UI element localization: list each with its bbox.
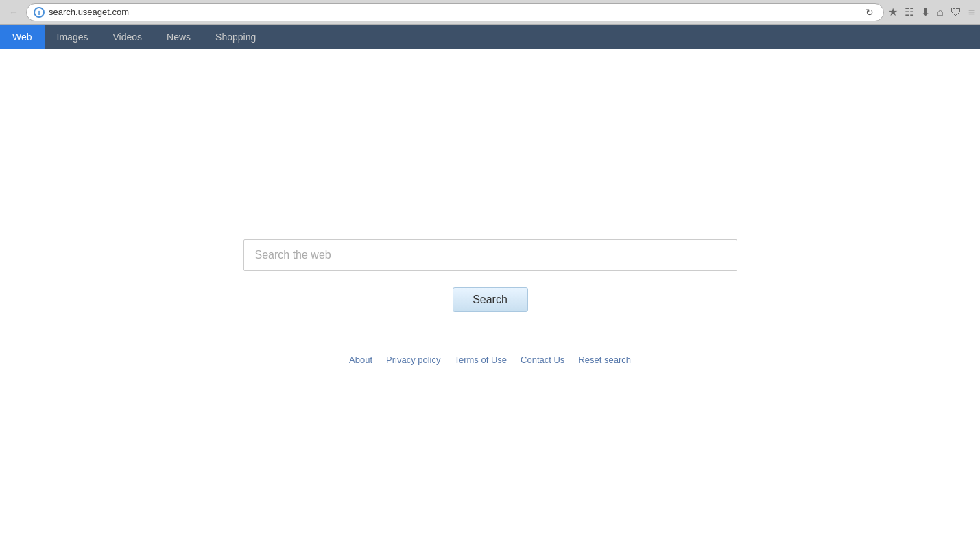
star-icon[interactable]: ★ — [888, 5, 898, 19]
footer-link-about[interactable]: About — [349, 355, 372, 365]
home-icon[interactable]: ⌂ — [937, 6, 944, 19]
tab-shopping[interactable]: Shopping — [203, 25, 268, 49]
back-button[interactable]: ← — [5, 4, 22, 21]
footer-link-reset[interactable]: Reset search — [578, 355, 631, 365]
footer-link-terms[interactable]: Terms of Use — [454, 355, 507, 365]
main-content: Search About Privacy policy Terms of Use… — [0, 49, 980, 557]
tab-videos[interactable]: Videos — [100, 25, 154, 49]
tab-web[interactable]: Web — [0, 25, 45, 49]
search-button[interactable]: Search — [453, 287, 528, 312]
menu-icon[interactable]: ≡ — [968, 6, 975, 19]
shield-icon[interactable]: 🛡 — [951, 6, 961, 19]
grid-icon[interactable]: ☷ — [905, 5, 914, 19]
info-icon: i — [34, 7, 45, 18]
tab-images[interactable]: Images — [45, 25, 101, 49]
toolbar-icons: ★ ☷ ⬇ ⌂ 🛡 ≡ — [888, 5, 975, 19]
download-icon[interactable]: ⬇ — [921, 5, 930, 19]
search-input[interactable] — [243, 239, 737, 271]
footer-link-contact[interactable]: Contact Us — [521, 355, 564, 365]
browser-chrome: ← i ↻ ★ ☷ ⬇ ⌂ 🛡 ≡ — [0, 0, 980, 25]
footer-link-privacy[interactable]: Privacy policy — [386, 355, 440, 365]
address-bar[interactable]: i ↻ — [26, 3, 884, 21]
footer-links: About Privacy policy Terms of Use Contac… — [349, 355, 631, 365]
url-input[interactable] — [49, 7, 859, 17]
refresh-button[interactable]: ↻ — [863, 5, 876, 19]
tab-news[interactable]: News — [154, 25, 203, 49]
search-container: Search — [243, 239, 737, 312]
nav-tabs: Web Images Videos News Shopping — [0, 25, 980, 49]
search-input-wrapper — [243, 239, 737, 271]
